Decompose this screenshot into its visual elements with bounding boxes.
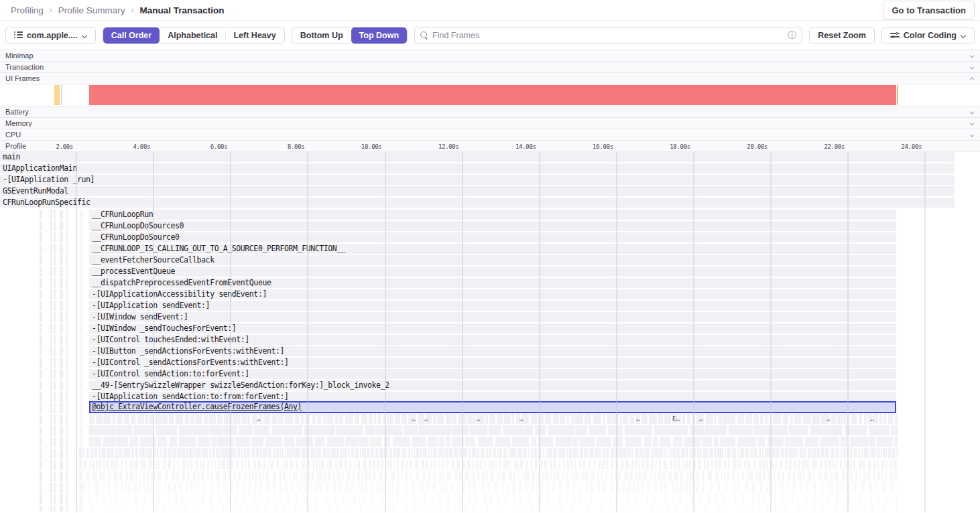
flame-frame-small[interactable]: [187, 471, 190, 481]
flame-frame-small[interactable]: [725, 482, 727, 492]
flame-frame-small[interactable]: [394, 459, 395, 469]
flame-frame-small[interactable]: [428, 471, 431, 481]
flame-frame-small[interactable]: [109, 494, 111, 504]
flame-frame-small[interactable]: [800, 482, 802, 492]
flame-frame-small[interactable]: [812, 448, 816, 458]
flame-frame-small[interactable]: [822, 494, 824, 504]
flame-frame-small[interactable]: [535, 459, 538, 469]
flame-frame-small[interactable]: [721, 448, 723, 458]
flame-frame-small[interactable]: [259, 471, 261, 481]
flame-frame-small[interactable]: [158, 494, 160, 504]
flame-frame-small[interactable]: [271, 414, 278, 424]
flame-frame-small[interactable]: [684, 437, 701, 447]
flame-frame-small[interactable]: [597, 437, 611, 447]
flame-frame-small[interactable]: [594, 459, 595, 469]
flame-frame-small[interactable]: [802, 414, 811, 424]
flame-frame-small[interactable]: [473, 482, 476, 492]
flame-frame-small[interactable]: [302, 448, 306, 458]
flame-frame-small[interactable]: [676, 482, 678, 492]
flame-frame-small[interactable]: [820, 437, 825, 447]
flame-frame-small[interactable]: [513, 505, 514, 512]
flame-frame-small[interactable]: [798, 471, 802, 481]
flame-frame-small[interactable]: [473, 471, 475, 481]
flame-frame-small[interactable]: [374, 414, 376, 424]
flame-frame-small[interactable]: [273, 482, 275, 492]
flame-frame-small[interactable]: [121, 482, 123, 492]
flame-frame-small[interactable]: [517, 448, 519, 458]
flame-frame-small[interactable]: [545, 414, 551, 424]
flame-frame-small[interactable]: [175, 494, 178, 504]
flame-frame-small[interactable]: [859, 414, 862, 424]
flame-frame-small[interactable]: [433, 482, 436, 492]
flame-frame-small[interactable]: [697, 448, 700, 458]
flame-frame-small[interactable]: [130, 459, 132, 469]
flame-frame-small[interactable]: [869, 425, 890, 435]
flame-frame-small[interactable]: [542, 471, 544, 481]
flame-frame-small[interactable]: [841, 448, 842, 458]
flame-frame-small[interactable]: [696, 471, 699, 481]
flame-frame-small[interactable]: [180, 482, 182, 492]
flame-frame-small[interactable]: [877, 471, 881, 481]
flame-frame-small[interactable]: [767, 448, 772, 458]
flame-frame-small[interactable]: [377, 414, 381, 424]
flame-frame-small[interactable]: [317, 448, 321, 458]
section-cpu[interactable]: CPU: [0, 129, 980, 141]
flame-frame-small[interactable]: [99, 459, 102, 469]
flame-frame-small[interactable]: [133, 459, 135, 469]
flame-frame-small[interactable]: [831, 448, 835, 458]
flame-frame-small[interactable]: [873, 414, 877, 424]
flame-frame-small[interactable]: [315, 437, 324, 447]
flame-frame-small[interactable]: [714, 437, 719, 447]
flame-frame-small[interactable]: [237, 494, 239, 504]
flame-frame-small[interactable]: [262, 471, 263, 481]
flame-frame-small[interactable]: [331, 448, 336, 458]
flame-frame-small[interactable]: [149, 459, 151, 469]
flame-frame-small[interactable]: [864, 414, 867, 424]
flame-frame-small[interactable]: [572, 471, 574, 481]
flame-frame-small[interactable]: [186, 459, 188, 469]
flame-frame-small[interactable]: [877, 459, 879, 469]
flame-frame-small[interactable]: [397, 471, 399, 481]
flame-frame-small[interactable]: [275, 505, 278, 512]
flame-frame-small[interactable]: [210, 425, 222, 435]
flame-frame-small[interactable]: [608, 425, 623, 435]
flame-frame-small[interactable]: [749, 448, 751, 458]
flame-frame-small[interactable]: [411, 448, 413, 458]
flame-frame-small[interactable]: [685, 459, 688, 469]
flame-frame-small[interactable]: [420, 448, 422, 458]
flame-frame-small[interactable]: [95, 471, 97, 481]
flame-frame-small[interactable]: [602, 459, 605, 469]
flame-frame-small[interactable]: [263, 459, 265, 469]
flame-frame-small[interactable]: [446, 414, 452, 424]
flame-frame-small[interactable]: [369, 414, 373, 424]
flame-frame-small[interactable]: [896, 494, 898, 504]
flame-frame-small[interactable]: [198, 505, 200, 512]
flame-frame-small[interactable]: [158, 459, 160, 469]
flame-frame-small[interactable]: [287, 494, 290, 504]
flame-frame-small[interactable]: [513, 448, 516, 458]
flame-frame-small[interactable]: [794, 459, 796, 469]
flame-frame-small[interactable]: [493, 448, 496, 458]
flame-frame-small[interactable]: [265, 505, 267, 512]
flame-frame-small[interactable]: [404, 425, 418, 435]
flame-frame-small[interactable]: [894, 471, 898, 481]
flame-frame-small[interactable]: [686, 448, 688, 458]
flame-frame-small[interactable]: [307, 459, 310, 469]
flame-frame-small[interactable]: [502, 482, 503, 492]
flame-frame-small[interactable]: [261, 494, 263, 504]
flame-frame-small[interactable]: [182, 448, 185, 458]
flame-frame-small[interactable]: [127, 448, 130, 458]
flame-frame-small[interactable]: [512, 437, 528, 447]
flame-frame-small[interactable]: [303, 459, 306, 469]
flame-frame-small[interactable]: [361, 414, 367, 424]
flame-frame-small[interactable]: [327, 437, 344, 447]
flame-frame-small[interactable]: [327, 414, 333, 424]
flame-frame-small[interactable]: [102, 494, 105, 504]
flame-frame-small[interactable]: [204, 414, 208, 424]
flame-frame-small[interactable]: [84, 459, 86, 469]
flame-frame-small[interactable]: [351, 482, 353, 492]
flame-frame-small[interactable]: [825, 448, 829, 458]
flame-frame-small[interactable]: [747, 459, 750, 469]
flame-frame-small[interactable]: [733, 459, 736, 469]
flame-frame-small[interactable]: [371, 448, 373, 458]
